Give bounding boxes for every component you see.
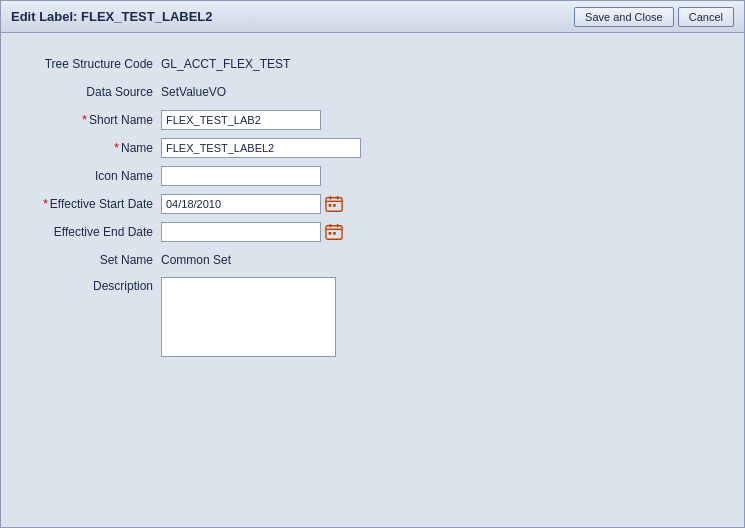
data-source-value: SetValueVO: [161, 85, 226, 99]
effective-end-date-wrapper: [161, 222, 344, 242]
edit-label-dialog: Edit Label: FLEX_TEST_LABEL2 Save and Cl…: [0, 0, 745, 528]
short-name-input[interactable]: [161, 110, 321, 130]
name-input[interactable]: [161, 138, 361, 158]
set-name-row: Set Name Common Set: [16, 249, 729, 271]
required-star: *: [82, 113, 87, 127]
dialog-content: Tree Structure Code GL_ACCT_FLEX_TEST Da…: [1, 33, 744, 527]
cancel-button[interactable]: Cancel: [678, 7, 734, 27]
header-buttons: Save and Close Cancel: [574, 7, 734, 27]
required-star-date: *: [43, 197, 48, 211]
save-and-close-button[interactable]: Save and Close: [574, 7, 674, 27]
name-row: *Name: [16, 137, 729, 159]
svg-rect-5: [333, 204, 336, 207]
effective-start-date-wrapper: [161, 194, 344, 214]
effective-end-date-label: Effective End Date: [16, 225, 161, 239]
required-star-name: *: [114, 141, 119, 155]
data-source-label: Data Source: [16, 85, 161, 99]
effective-start-date-label: *Effective Start Date: [16, 197, 161, 211]
effective-start-date-row: *Effective Start Date: [16, 193, 729, 215]
effective-end-date-row: Effective End Date: [16, 221, 729, 243]
tree-structure-code-row: Tree Structure Code GL_ACCT_FLEX_TEST: [16, 53, 729, 75]
icon-name-row: Icon Name: [16, 165, 729, 187]
description-textarea[interactable]: [161, 277, 336, 357]
set-name-label: Set Name: [16, 253, 161, 267]
data-source-row: Data Source SetValueVO: [16, 81, 729, 103]
tree-structure-code-value: GL_ACCT_FLEX_TEST: [161, 57, 290, 71]
svg-rect-10: [329, 232, 332, 235]
form-section: Tree Structure Code GL_ACCT_FLEX_TEST Da…: [16, 43, 729, 373]
effective-end-date-calendar-icon[interactable]: [324, 222, 344, 242]
svg-rect-11: [333, 232, 336, 235]
effective-start-date-calendar-icon[interactable]: [324, 194, 344, 214]
svg-rect-4: [329, 204, 332, 207]
set-name-value: Common Set: [161, 253, 231, 267]
icon-name-input[interactable]: [161, 166, 321, 186]
icon-name-label: Icon Name: [16, 169, 161, 183]
dialog-title: Edit Label: FLEX_TEST_LABEL2: [11, 9, 213, 24]
short-name-label: *Short Name: [16, 113, 161, 127]
effective-end-date-input[interactable]: [161, 222, 321, 242]
dialog-header: Edit Label: FLEX_TEST_LABEL2 Save and Cl…: [1, 1, 744, 33]
name-label: *Name: [16, 141, 161, 155]
description-label: Description: [16, 277, 161, 293]
short-name-row: *Short Name: [16, 109, 729, 131]
description-row: Description: [16, 277, 729, 357]
effective-start-date-input[interactable]: [161, 194, 321, 214]
tree-structure-code-label: Tree Structure Code: [16, 57, 161, 71]
